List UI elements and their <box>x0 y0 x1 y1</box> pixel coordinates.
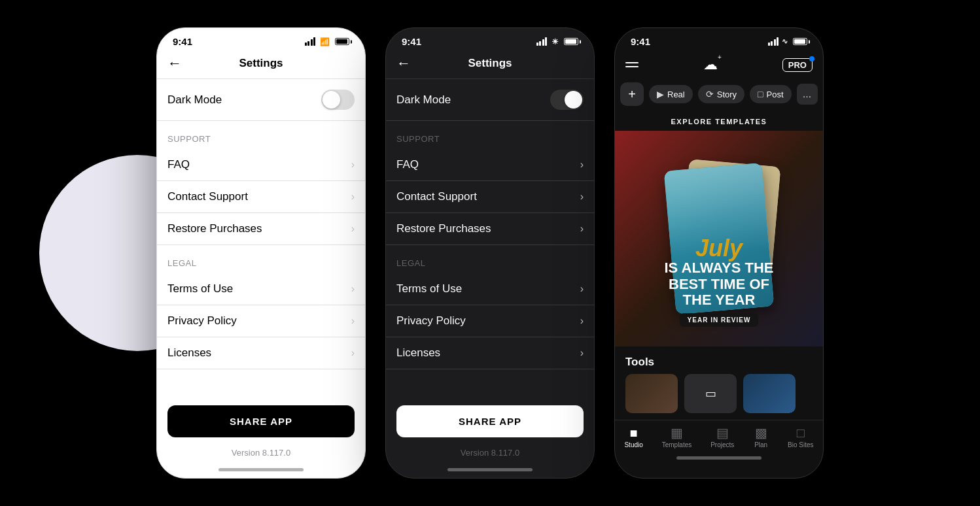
licenses-row-light[interactable]: Licenses › <box>157 337 365 369</box>
real-icon: ▶ <box>657 89 664 99</box>
version-text-dark: Version 8.117.0 <box>386 443 594 463</box>
contact-support-row-light[interactable]: Contact Support › <box>157 181 365 213</box>
template-overlay-text: July IS ALWAYS THE BEST TIME OF THE YEAR… <box>654 237 784 327</box>
more-button[interactable]: … <box>797 84 818 105</box>
restore-purchases-row-light[interactable]: Restore Purchases › <box>157 213 365 245</box>
real-button[interactable]: ▶ Real <box>649 85 693 103</box>
content-buttons: + ▶ Real ⟳ Story □ Post … <box>615 78 823 110</box>
status-bar-light: 9:41 📶 <box>157 28 365 51</box>
terms-row-dark[interactable]: Terms of Use › <box>386 273 594 305</box>
studio-label: Studio <box>624 441 642 448</box>
bottom-tab-bar: ■ Studio ▦ Templates ▤ Projects ▩ Plan □ <box>615 420 823 451</box>
signal-icon-dark <box>536 37 548 46</box>
cloud-plus-icon: + <box>718 54 722 61</box>
version-text-light: Version 8.117.0 <box>157 443 365 463</box>
wifi-icon-light: 📶 <box>320 37 330 46</box>
nav-header-light: ← Settings <box>157 51 365 79</box>
nav-title-dark: Settings <box>468 57 512 70</box>
status-icons-light: 📶 <box>305 37 350 46</box>
contact-support-row-dark[interactable]: Contact Support › <box>386 181 594 213</box>
privacy-chevron-light: › <box>351 315 355 327</box>
faq-label-light: FAQ <box>167 158 190 171</box>
battery-icon-dark <box>562 38 578 45</box>
support-section-header-dark: SUPPORT <box>386 121 594 149</box>
terms-chevron-light: › <box>351 283 355 295</box>
restore-purchases-label-dark: Restore Purchases <box>396 222 491 235</box>
back-button-light[interactable]: ← <box>167 56 182 71</box>
explore-section: EXPLORE TEMPLATES <box>615 110 823 349</box>
studio-icon: ■ <box>626 426 642 440</box>
templates-label: Templates <box>662 441 692 448</box>
dark-mode-toggle-dark[interactable] <box>550 90 584 110</box>
dark-mode-row-light[interactable]: Dark Mode <box>157 79 365 121</box>
share-button-light[interactable]: SHARE APP <box>167 405 355 437</box>
templates-icon: ▦ <box>669 426 684 440</box>
tools-title: Tools <box>625 356 813 369</box>
privacy-chevron-dark: › <box>580 315 584 327</box>
add-content-button[interactable]: + <box>620 82 644 106</box>
wifi-icon-creative: ∿ <box>782 37 788 46</box>
dark-mode-row-dark[interactable]: Dark Mode <box>386 79 594 121</box>
time-light: 9:41 <box>173 36 192 47</box>
faq-row-light[interactable]: FAQ › <box>157 149 365 181</box>
legal-section-header-dark: LEGAL <box>386 245 594 273</box>
tab-studio[interactable]: ■ Studio <box>624 426 642 448</box>
faq-row-dark[interactable]: FAQ › <box>386 149 594 181</box>
tab-projects[interactable]: ▤ Projects <box>710 426 734 448</box>
phone-dark: 9:41 ☀ ← Settings <box>385 27 595 479</box>
legal-section-header-light: LEGAL <box>157 245 365 273</box>
tab-templates[interactable]: ▦ Templates <box>662 426 692 448</box>
settings-content-dark: Dark Mode SUPPORT FAQ › Contact Support … <box>386 79 594 392</box>
contact-support-label-light: Contact Support <box>167 190 248 203</box>
wifi-icon-dark: ☀ <box>551 37 559 46</box>
back-button-dark[interactable]: ← <box>396 56 411 71</box>
tab-bio-sites[interactable]: □ Bio Sites <box>788 426 813 448</box>
licenses-row-dark[interactable]: Licenses › <box>386 337 594 369</box>
scene: 9:41 📶 ← Settings <box>0 0 980 506</box>
terms-row-light[interactable]: Terms of Use › <box>157 273 365 305</box>
post-label: Post <box>767 90 784 99</box>
restore-purchases-row-dark[interactable]: Restore Purchases › <box>386 213 594 245</box>
dark-mode-toggle-light[interactable] <box>321 90 355 110</box>
story-label: Story <box>717 90 737 99</box>
contact-support-chevron-dark: › <box>580 191 584 203</box>
projects-label: Projects <box>710 441 734 448</box>
tool-card-1[interactable] <box>625 374 678 413</box>
privacy-label-dark: Privacy Policy <box>396 314 466 328</box>
settings-content-light: Dark Mode SUPPORT FAQ › Contact Support … <box>157 79 365 392</box>
licenses-chevron-dark: › <box>580 347 584 359</box>
signal-icon-light <box>305 37 316 46</box>
story-button[interactable]: ⟳ Story <box>698 85 744 103</box>
signal-icon-creative <box>768 37 779 46</box>
tool-card-2[interactable]: ▭ <box>684 374 737 413</box>
battery-icon-creative <box>791 38 807 45</box>
cloud-icon-wrapper: ☁ + <box>703 56 718 73</box>
privacy-row-dark[interactable]: Privacy Policy › <box>386 305 594 337</box>
year-text: July <box>654 237 784 260</box>
creative-header: ☁ + PRO <box>615 51 823 78</box>
hamburger-menu[interactable] <box>625 62 639 67</box>
dark-mode-label-dark: Dark Mode <box>396 93 451 107</box>
home-indicator-light <box>219 468 304 471</box>
home-indicator-dark <box>447 468 533 471</box>
post-icon: □ <box>758 89 763 99</box>
battery-icon-light <box>333 38 349 45</box>
post-button[interactable]: □ Post <box>750 85 791 103</box>
terms-chevron-dark: › <box>580 283 584 295</box>
share-button-dark[interactable]: SHARE APP <box>396 405 584 437</box>
time-dark: 9:41 <box>402 36 421 47</box>
privacy-row-light[interactable]: Privacy Policy › <box>157 305 365 337</box>
terms-label-light: Terms of Use <box>167 282 233 295</box>
tool-card-3[interactable] <box>743 374 796 413</box>
status-icons-dark: ☀ <box>536 37 579 46</box>
support-section-header-light: SUPPORT <box>157 121 365 149</box>
projects-icon: ▤ <box>714 426 730 440</box>
tab-plan[interactable]: ▩ Plan <box>753 426 769 448</box>
explore-title: EXPLORE TEMPLATES <box>615 115 823 131</box>
pro-badge[interactable]: PRO <box>782 58 813 72</box>
dark-mode-label-light: Dark Mode <box>167 93 222 107</box>
year-badge[interactable]: YEAR IN REVIEW <box>680 313 759 327</box>
status-bar-creative: 9:41 ∿ <box>615 28 823 51</box>
faq-chevron-light: › <box>351 159 355 171</box>
contact-support-label-dark: Contact Support <box>396 190 477 203</box>
